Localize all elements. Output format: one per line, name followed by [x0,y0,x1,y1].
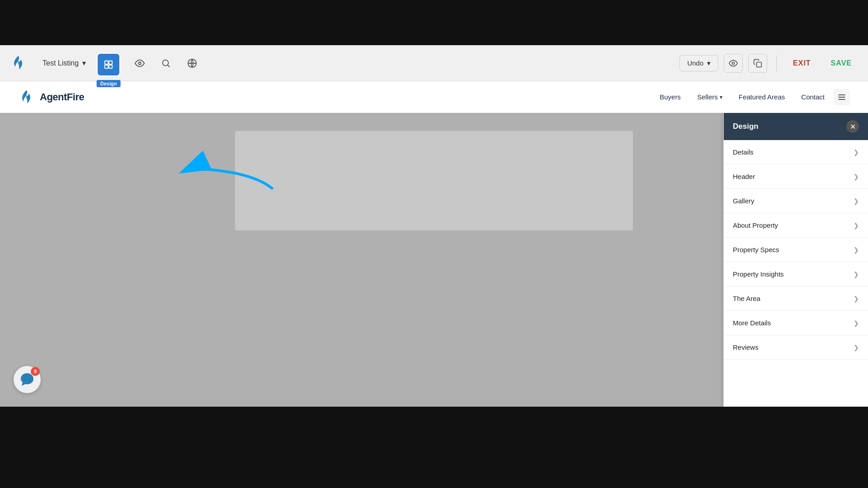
svg-point-8 [732,62,735,64]
panel-title: Design [733,122,759,131]
panel-item-header[interactable]: Header ❯ [724,164,868,189]
design-icon [104,60,113,70]
svg-rect-3 [109,65,112,68]
canvas-placeholder [235,131,633,230]
preview-icon [135,58,145,68]
chevron-reviews-icon: ❯ [854,344,859,351]
screen-wrapper: Test Listing ▾ Design [0,0,868,488]
svg-rect-1 [109,61,112,64]
hamburger-icon [837,93,846,102]
panel-item-details[interactable]: Details ❯ [724,140,868,164]
exit-button[interactable]: EXIT [786,56,818,71]
panel-item-header-label: Header [733,173,755,180]
undo-dropdown-icon: ▾ [707,59,711,67]
chevron-header-icon: ❯ [854,173,859,180]
undo-label: Undo [687,59,703,67]
panel-item-property-insights-label: Property Insights [733,270,784,278]
undo-button[interactable]: Undo ▾ [679,55,718,71]
svg-line-6 [168,65,170,67]
chevron-gallery-icon: ❯ [854,197,859,205]
panel-item-property-specs[interactable]: Property Specs ❯ [724,238,868,262]
chevron-the-area-icon: ❯ [854,295,859,302]
nav-logo: AgentFire [18,89,84,105]
chat-badge: 9 [31,367,40,376]
toolbar: Test Listing ▾ Design [0,45,868,81]
copy-button[interactable] [748,54,767,73]
nav-sellers[interactable]: Sellers ▾ [697,93,722,101]
svg-rect-0 [105,61,108,64]
panel-item-details-label: Details [733,148,754,156]
nav-bar: AgentFire Buyers Sellers ▾ Featured Area… [0,81,868,113]
panel-item-about-property-label: About Property [733,221,778,229]
panel-item-reviews[interactable]: Reviews ❯ [724,335,868,360]
design-tooltip: Design [97,80,121,87]
panel-item-property-specs-label: Property Specs [733,246,779,253]
panel-close-button[interactable]: ✕ [846,120,859,133]
content-area: Design ✕ Details ❯ Header ❯ Ga [0,113,868,407]
panel-item-the-area-label: The Area [733,295,760,302]
panel-item-more-details[interactable]: More Details ❯ [724,311,868,335]
main-area: Test Listing ▾ Design [0,45,868,407]
preview-button[interactable] [129,53,150,74]
panel-item-property-insights[interactable]: Property Insights ❯ [724,262,868,286]
chevron-property-insights-icon: ❯ [854,271,859,278]
panel-items: Details ❯ Header ❯ Gallery ❯ About Prope… [724,140,868,407]
hamburger-button[interactable] [834,89,850,105]
chat-bubble[interactable]: 9 [14,366,41,393]
eye-icon [729,59,738,68]
panel-item-the-area[interactable]: The Area ❯ [724,286,868,311]
search-button[interactable] [156,53,176,74]
panel-item-more-details-label: More Details [733,319,771,327]
wordpress-button[interactable] [182,53,203,74]
chevron-more-details-icon: ❯ [854,319,859,327]
nav-sellers-label: Sellers [697,93,718,101]
top-black-bar [0,0,868,45]
svg-rect-2 [105,65,108,68]
nav-contact[interactable]: Contact [801,93,825,101]
nav-sellers-chevron: ▾ [720,94,722,100]
panel-item-about-property[interactable]: About Property ❯ [724,213,868,238]
eye-button[interactable] [724,54,743,73]
wordpress-icon [187,58,197,68]
search-icon [161,58,171,68]
chevron-property-specs-icon: ❯ [854,246,859,253]
svg-point-4 [138,62,141,65]
design-panel: Design ✕ Details ❯ Header ❯ Ga [723,113,868,407]
close-icon: ✕ [850,122,856,131]
svg-rect-9 [757,62,762,67]
bottom-black-bar [0,407,868,488]
save-button[interactable]: SAVE [824,56,859,71]
listing-label: Test Listing [42,59,79,67]
listing-dropdown[interactable]: Test Listing ▾ [37,56,91,70]
chevron-about-property-icon: ❯ [854,222,859,229]
panel-item-reviews-label: Reviews [733,343,759,351]
toolbar-divider [776,55,777,71]
svg-point-5 [163,60,169,66]
panel-item-gallery[interactable]: Gallery ❯ [724,189,868,213]
nav-buyers[interactable]: Buyers [660,93,681,101]
nav-links: Buyers Sellers ▾ Featured Areas Contact [660,93,825,101]
panel-header: Design ✕ [724,113,868,140]
copy-icon [753,59,762,68]
panel-item-gallery-label: Gallery [733,197,755,205]
toolbar-logo-icon [9,54,27,72]
design-button[interactable] [97,53,120,76]
nav-featured-areas[interactable]: Featured Areas [739,93,785,101]
nav-logo-flame-icon [18,89,34,105]
nav-brand-name: AgentFire [40,91,84,103]
listing-dropdown-icon: ▾ [82,59,86,67]
chevron-details-icon: ❯ [854,149,859,156]
